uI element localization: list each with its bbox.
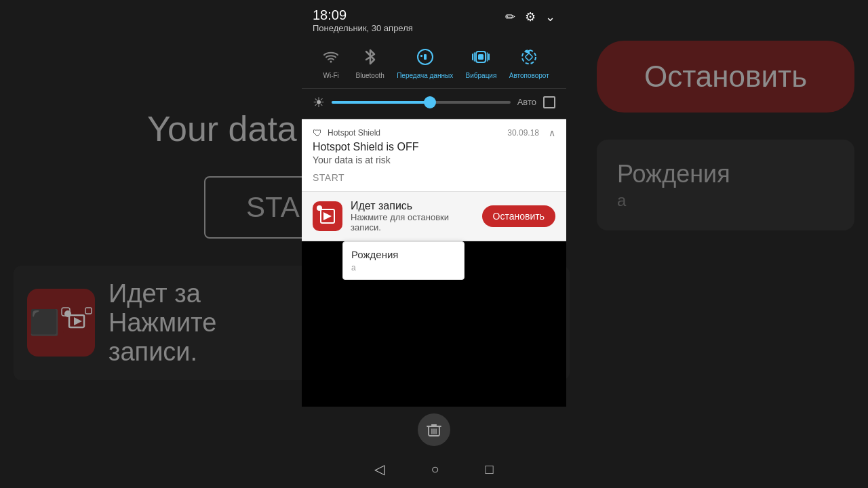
svg-rect-17: [526, 53, 533, 60]
rec-text-area: Идет запись Нажмите для остановки записи…: [351, 200, 474, 232]
notif-time: 30.09.18: [507, 128, 539, 138]
rec-body: Нажмите для остановки записи.: [351, 212, 474, 232]
rec-dot: [317, 205, 322, 211]
svg-rect-8: [424, 54, 427, 60]
svg-marker-18: [323, 212, 332, 220]
bg-right-stop: Остановить: [597, 41, 854, 113]
brightness-row: ☀ Авто: [302, 89, 566, 119]
brightness-icon: ☀: [313, 94, 325, 110]
svg-rect-9: [420, 55, 422, 57]
status-icons: ✏ ⚙ ⌄: [505, 7, 555, 24]
status-date: Понедельник, 30 апреля: [313, 23, 413, 34]
rec-title: Идет запись: [351, 200, 474, 212]
expand-icon[interactable]: ∧: [549, 127, 555, 138]
gear-icon[interactable]: ⚙: [525, 9, 536, 24]
quick-settings-panel: Wi-Fi Bluetooth Передача данных: [302, 39, 566, 89]
auto-checkbox[interactable]: [543, 96, 555, 108]
bottom-area: ◁ ○ □: [302, 407, 566, 488]
bg-rec-icon: [27, 289, 95, 357]
bluetooth-icon: [358, 45, 382, 69]
brightness-slider[interactable]: [332, 101, 511, 104]
qs-wifi[interactable]: Wi-Fi: [319, 45, 343, 80]
notif-app-name: Hotspot Shield: [328, 128, 502, 138]
notifications-area: 🛡 Hotspot Shield 30.09.18 ∧ Hotspot Shie…: [302, 119, 566, 407]
start-action-button[interactable]: START: [313, 172, 555, 183]
status-bar: 18:09 Понедельник, 30 апреля ✏ ⚙ ⌄: [302, 0, 566, 39]
brightness-fill: [332, 101, 430, 104]
notif-title: Hotspot Shield is OFF: [313, 141, 555, 153]
chevron-icon[interactable]: ⌄: [545, 9, 555, 24]
bg-right-panel: Остановить Рождения а: [583, 0, 868, 488]
edit-icon[interactable]: ✏: [505, 9, 515, 24]
rec-icon-inner: [320, 209, 335, 224]
trash-button[interactable]: [418, 413, 450, 446]
bg-card-text: Рождения: [617, 160, 834, 188]
recording-notification: Идет запись Нажмите для остановки записи…: [302, 192, 566, 241]
bg-right-card: Рождения а: [597, 140, 854, 230]
status-time: 18:09: [313, 7, 413, 23]
qs-data[interactable]: Передача данных: [397, 45, 453, 80]
data-icon: [413, 45, 437, 69]
autocomplete-item-2[interactable]: а: [351, 262, 456, 274]
qs-bluetooth[interactable]: Bluetooth: [356, 45, 384, 80]
wifi-icon: [319, 45, 343, 69]
notif-header: 🛡 Hotspot Shield 30.09.18 ∧: [313, 127, 555, 138]
back-button[interactable]: ◁: [372, 458, 387, 480]
svg-point-6: [330, 60, 332, 62]
shield-icon: 🛡: [313, 127, 322, 138]
hotspot-notification: 🛡 Hotspot Shield 30.09.18 ∧ Hotspot Shie…: [302, 119, 566, 192]
autocomplete-item-1[interactable]: Рождения: [351, 247, 456, 262]
nav-bar: ◁ ○ □: [372, 453, 496, 483]
bg-rec-text: Идет за Нажмите записи.: [108, 279, 216, 367]
status-time-area: 18:09 Понедельник, 30 апреля: [313, 7, 413, 34]
bg-card-text2: а: [617, 191, 834, 210]
stop-recording-button[interactable]: Остановить: [482, 205, 555, 227]
recent-button[interactable]: □: [483, 459, 496, 480]
svg-rect-11: [478, 54, 484, 60]
rotation-icon: [517, 45, 541, 69]
vibration-icon: [469, 45, 493, 69]
qs-bluetooth-label: Bluetooth: [356, 72, 384, 80]
qs-wifi-label: Wi-Fi: [323, 72, 339, 80]
qs-vibration-label: Вибрация: [466, 72, 497, 80]
qs-rotation[interactable]: Автоповорот: [509, 45, 549, 80]
qs-data-label: Передача данных: [397, 72, 453, 80]
auto-label: Авто: [517, 97, 536, 107]
phone-overlay: 18:09 Понедельник, 30 апреля ✏ ⚙ ⌄ Wi-Fi: [302, 0, 566, 488]
brightness-thumb[interactable]: [424, 96, 436, 108]
qs-vibration[interactable]: Вибрация: [466, 45, 497, 80]
rec-app-icon: [313, 201, 342, 231]
autocomplete-popup: Рождения а: [342, 241, 465, 280]
notif-body: Your data is at risk: [313, 155, 555, 165]
home-button[interactable]: ○: [428, 459, 441, 480]
qs-rotation-label: Автоповорот: [509, 72, 549, 80]
